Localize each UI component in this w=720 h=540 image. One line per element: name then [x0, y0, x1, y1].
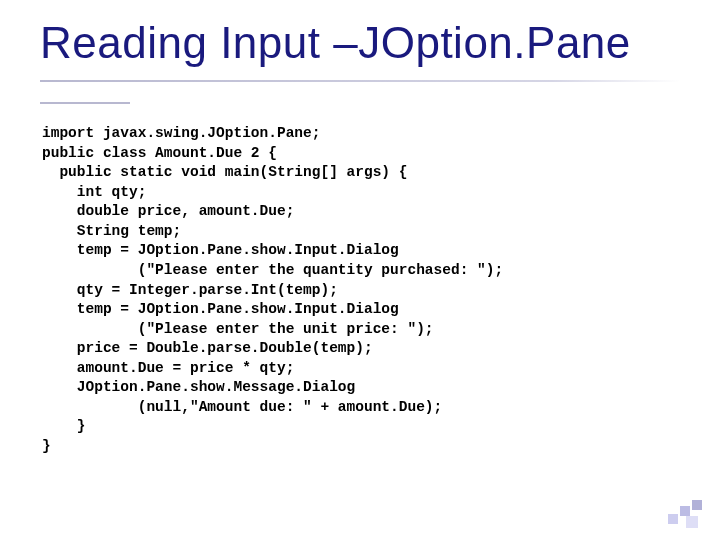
code-line: double price, amount.Due; — [42, 203, 294, 219]
code-line: temp = JOption.Pane.show.Input.Dialog — [42, 242, 399, 258]
code-line: JOption.Pane.show.Message.Dialog — [42, 379, 355, 395]
code-line: (null,"Amount due: " + amount.Due); — [42, 399, 442, 415]
code-line: int qty; — [42, 184, 146, 200]
code-line: public static void main(String[] args) { — [42, 164, 407, 180]
rule-long — [40, 80, 680, 82]
code-line: String temp; — [42, 223, 181, 239]
svg-rect-2 — [686, 516, 698, 528]
rule-short — [40, 102, 130, 104]
code-line: price = Double.parse.Double(temp); — [42, 340, 373, 356]
code-line: amount.Due = price * qty; — [42, 360, 294, 376]
code-line: public class Amount.Due 2 { — [42, 145, 277, 161]
code-line: } — [42, 418, 86, 434]
code-block: import javax.swing.JOption.Pane; public … — [40, 124, 680, 457]
code-line: qty = Integer.parse.Int(temp); — [42, 282, 338, 298]
code-line: import javax.swing.JOption.Pane; — [42, 125, 320, 141]
slide-title: Reading Input –JOption.Pane — [40, 18, 680, 68]
svg-rect-0 — [668, 514, 678, 524]
title-rules — [40, 74, 680, 110]
slide: Reading Input –JOption.Pane import javax… — [0, 0, 720, 540]
code-line: temp = JOption.Pane.show.Input.Dialog — [42, 301, 399, 317]
code-line: ("Please enter the quantity purchased: "… — [42, 262, 503, 278]
code-line: ("Please enter the unit price: "); — [42, 321, 434, 337]
svg-rect-1 — [680, 506, 690, 516]
code-line: } — [42, 438, 51, 454]
corner-decoration-icon — [662, 494, 706, 530]
svg-rect-3 — [692, 500, 702, 510]
